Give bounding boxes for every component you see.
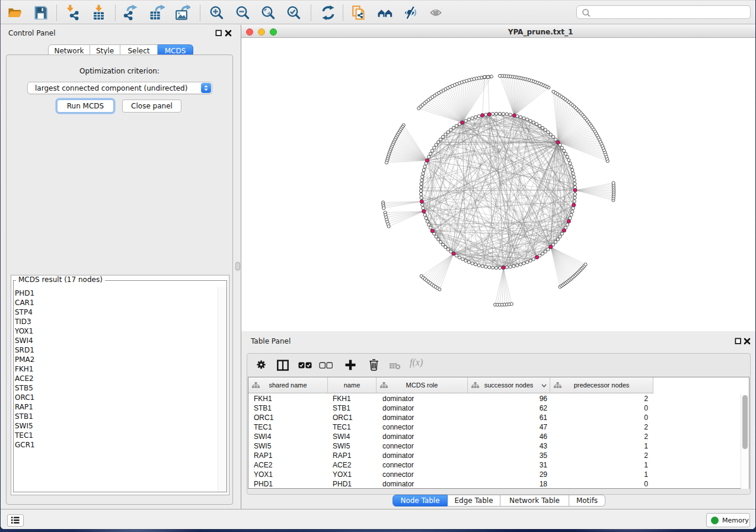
deselect-all-button[interactable]: [319, 362, 333, 371]
graph-node[interactable]: [430, 149, 433, 152]
zoom-in-button[interactable]: [209, 5, 225, 21]
graph-node[interactable]: [544, 250, 547, 253]
graph-node[interactable]: [570, 213, 573, 216]
graph-node[interactable]: [422, 172, 425, 175]
graph-node[interactable]: [439, 241, 442, 243]
criterion-dropdown[interactable]: largest connected component (undirected): [27, 82, 212, 94]
graph-leaf-node[interactable]: [498, 74, 501, 77]
graph-dominator-node[interactable]: [430, 229, 434, 233]
graph-node[interactable]: [505, 113, 508, 116]
graph-leaf-node[interactable]: [510, 303, 513, 306]
graph-node[interactable]: [512, 265, 515, 268]
graph-node[interactable]: [492, 266, 495, 269]
graph-node[interactable]: [444, 245, 447, 248]
graph-node[interactable]: [519, 263, 522, 266]
mcds-result-node[interactable]: STB5: [15, 383, 35, 393]
graph-node[interactable]: [505, 266, 508, 269]
graph-node[interactable]: [498, 112, 501, 115]
tab-edge-table[interactable]: Edge Table: [448, 495, 500, 507]
add-column-button[interactable]: [344, 359, 356, 373]
graph-node[interactable]: [563, 149, 566, 152]
graph-node[interactable]: [559, 235, 562, 238]
graph-leaf-node[interactable]: [552, 90, 555, 93]
table-row[interactable]: TEC1TEC1connector472: [248, 422, 749, 432]
graph-node[interactable]: [435, 143, 438, 146]
graph-node[interactable]: [532, 258, 535, 261]
table-row[interactable]: RAP1RAP1dominator352: [248, 451, 749, 460]
graph-node[interactable]: [484, 113, 487, 116]
graph-node[interactable]: [420, 179, 423, 182]
function-builder-button[interactable]: f(x): [410, 357, 423, 368]
graph-node[interactable]: [446, 131, 449, 134]
show-all-network-views-button[interactable]: [377, 5, 393, 21]
graph-node[interactable]: [419, 189, 422, 192]
graph-leaf-node[interactable]: [417, 107, 420, 110]
table-row[interactable]: ACE2ACE2connector311: [248, 460, 749, 470]
graph-node[interactable]: [467, 118, 470, 121]
table-row[interactable]: FKH1FKH1dominator962: [248, 394, 749, 403]
graph-node[interactable]: [464, 119, 467, 122]
table-row[interactable]: SWI5SWI5connector431: [248, 441, 749, 451]
graph-node[interactable]: [444, 133, 447, 136]
tab-node-table[interactable]: Node Table: [393, 495, 448, 507]
graph-node[interactable]: [495, 112, 497, 115]
mcds-result-node[interactable]: TID3: [15, 317, 35, 326]
mcds-result-node[interactable]: SWI5: [15, 421, 35, 431]
graph-node[interactable]: [566, 155, 569, 158]
window-minimize-traffic-light[interactable]: [258, 28, 265, 36]
zoom-fit-button[interactable]: [260, 5, 276, 21]
mcds-result-node[interactable]: GCR1: [15, 440, 35, 450]
graph-node[interactable]: [426, 220, 429, 223]
mcds-result-node[interactable]: SRD1: [15, 345, 35, 355]
graph-node[interactable]: [509, 113, 512, 116]
graph-dominator-node[interactable]: [535, 255, 539, 259]
mcds-result-node[interactable]: ACE2: [15, 374, 35, 383]
graph-leaf-node[interactable]: [612, 181, 615, 184]
graph-dominator-node[interactable]: [461, 121, 464, 124]
graph-dominator-node[interactable]: [425, 159, 429, 162]
graph-leaf-node[interactable]: [387, 225, 390, 228]
table-scrollbar-thumb[interactable]: [742, 395, 748, 449]
zoom-out-button[interactable]: [235, 5, 251, 21]
graph-node[interactable]: [420, 196, 423, 199]
graph-node[interactable]: [474, 263, 477, 266]
open-file-button[interactable]: [7, 5, 23, 21]
table-row[interactable]: ORC1ORC1dominator610: [248, 413, 749, 422]
export-network-button[interactable]: [123, 5, 139, 21]
graph-node[interactable]: [573, 200, 576, 203]
export-image-button[interactable]: [174, 5, 190, 21]
delete-column-button[interactable]: [369, 359, 379, 373]
graph-node[interactable]: [567, 159, 570, 162]
graph-leaf-node[interactable]: [382, 207, 385, 210]
run-mcds-button[interactable]: Run MCDS: [57, 100, 114, 113]
table-row[interactable]: SWI4SWI4dominator462: [248, 432, 749, 441]
graph-node[interactable]: [441, 243, 444, 246]
mcds-result-node[interactable]: STP4: [15, 307, 35, 317]
graph-node[interactable]: [437, 140, 440, 143]
graph-dominator-node[interactable]: [549, 245, 553, 249]
show-column-button[interactable]: [277, 360, 289, 373]
graph-node[interactable]: [522, 117, 525, 120]
network-canvas[interactable]: [241, 38, 755, 331]
window-close-traffic-light[interactable]: [246, 28, 253, 36]
hide-selected-button[interactable]: [403, 5, 419, 21]
zoom-selected-button[interactable]: [286, 5, 302, 21]
graph-dominator-node[interactable]: [502, 266, 505, 270]
mcds-result-node[interactable]: CAR1: [15, 298, 35, 307]
graph-node[interactable]: [437, 238, 440, 241]
delete-table-button[interactable]: [390, 362, 401, 371]
column-header-successor-nodes[interactable]: successor nodes: [468, 377, 550, 393]
refresh-layout-button[interactable]: [320, 5, 336, 21]
import-network-button[interactable]: [65, 5, 81, 21]
graph-node[interactable]: [420, 186, 423, 189]
graph-node[interactable]: [570, 165, 573, 168]
graph-node[interactable]: [474, 116, 477, 118]
graph-node[interactable]: [572, 172, 575, 175]
mcds-result-node[interactable]: SWI4: [15, 336, 35, 345]
graph-leaf-node[interactable]: [486, 76, 489, 79]
graph-node[interactable]: [571, 168, 574, 171]
mcds-result-node[interactable]: TEC1: [15, 431, 35, 440]
table-row[interactable]: STB1STB1dominator620: [248, 403, 749, 413]
import-table-button[interactable]: [91, 5, 107, 21]
graph-node[interactable]: [488, 266, 491, 269]
